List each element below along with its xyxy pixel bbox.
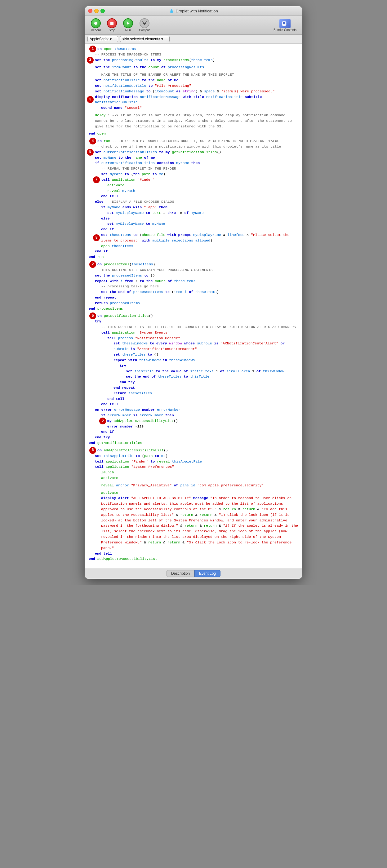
traffic-lights xyxy=(88,9,105,13)
badge-2-line: 2 set the processingResults to my proces… xyxy=(95,57,298,63)
set-end-processed: set the end of processedItems to (item i… xyxy=(101,289,298,295)
badge-8-set-theseitems: 8 set theseItems to (choose file with pr… xyxy=(101,232,298,243)
repeat-windows: repeat with thisWindow in theseWindows xyxy=(114,358,298,363)
badge-2b: 2 xyxy=(89,261,96,268)
close-button[interactable] xyxy=(88,9,92,13)
set-myname: set myName to the name of me xyxy=(95,155,298,161)
droplet-icon: 💧 xyxy=(169,9,174,13)
try-block: try xyxy=(95,319,298,324)
launch-syspref: launch xyxy=(101,470,298,475)
badge-6b-line: 6 on addAppletToAccessibilityList() xyxy=(97,447,298,453)
end-tell-finder: end tell xyxy=(101,193,298,199)
end-if-main: end if xyxy=(95,249,298,254)
end-getnotif: end getNotificationTitles xyxy=(89,440,298,446)
end-try: end try xyxy=(95,435,298,440)
compile-icon xyxy=(140,18,149,28)
badge-3: 3 xyxy=(87,96,94,103)
minimize-button[interactable] xyxy=(94,9,99,13)
badge-2b-line: 2 on processItems(theseItems) xyxy=(97,261,298,267)
tell-syspref: tell application "System Preferences" xyxy=(95,464,298,470)
run-label: Run xyxy=(125,29,131,32)
activate-finder: activate xyxy=(107,183,298,188)
stop-icon xyxy=(107,18,117,28)
set-thistitle: set thisTitle to the value of static tex… xyxy=(126,369,298,374)
end-if-err: end if xyxy=(101,429,298,435)
on-error: on error errorMessage number errorNumber xyxy=(95,407,298,413)
set-notif-title: set notificationTitle to the name of me xyxy=(95,78,298,83)
if-errornumber: if errorNumber is errorNumber then xyxy=(101,413,298,418)
open-theseitems: open theseItems xyxy=(101,243,298,249)
set-item-count: set the itemCount to the count of proces… xyxy=(95,64,298,70)
set-end-titles: set the end of theseTitles to thisTitle xyxy=(126,374,298,379)
set-mypath: set myPath to (the path to me) xyxy=(101,172,298,177)
badge-6b: 6 xyxy=(89,447,96,454)
run-icon xyxy=(123,18,133,28)
language-bar: AppleScript ▾ <No selected element> ▾ xyxy=(85,35,302,44)
record-label: Record xyxy=(91,29,101,32)
set-notif-subtitle: set notificationSubTitle to "File Proces… xyxy=(95,83,298,89)
end-addapplet: end addAppletToAccessibilityList xyxy=(89,556,298,562)
badge-5b: 5 xyxy=(89,312,96,319)
end-processitems: end processItems xyxy=(89,306,298,312)
stop-button[interactable]: Stop xyxy=(104,18,120,33)
end-repeat: end repeat xyxy=(95,295,298,300)
comment-banner: -- MAKE THE TITLE OF THE BANNER OR ALERT… xyxy=(95,72,298,78)
end-if-myname: end if xyxy=(101,227,298,232)
end-repeat-win: end repeat xyxy=(114,385,298,391)
code-editor[interactable]: 1 on open theseItems -- PROCESS THE DRAG… xyxy=(85,44,302,568)
else-clause2: else xyxy=(101,216,298,221)
comment-processing: -- THIS ROUTINE WILL CONTAIN YOUR PROCES… xyxy=(95,267,298,273)
end-open: end open xyxy=(89,131,298,136)
tell-notifcenter: tell process "Notification Center" xyxy=(107,335,298,341)
record-icon xyxy=(91,18,101,28)
badge-4-line: 4 on run -- TRIGGERED BY DOUBLE-CLICKING… xyxy=(97,138,298,144)
if-myname-ends: if myName ends with ".app" then xyxy=(101,205,298,210)
else-clause: else -- DISPLAY A FILE CHOOSER DIALOG xyxy=(95,199,298,205)
set-thesetitles: set theseTitles to {} xyxy=(114,352,298,358)
end-tell-sysev: end tell xyxy=(101,401,298,407)
end-try2: end try xyxy=(120,379,298,385)
repeat-i: repeat with i from 1 to the count of the… xyxy=(95,278,298,284)
badge-6-my: 6 my addAppletToAccessibilityList() xyxy=(107,418,298,424)
end-run: end run xyxy=(89,254,298,260)
maximize-button[interactable] xyxy=(100,9,105,13)
display-alert: display alert "ADD APPLET TO ACCESSIBILT… xyxy=(101,495,298,551)
toolbar: Record Stop Run Compile xyxy=(85,16,302,35)
run-button[interactable]: Run xyxy=(120,18,136,33)
badge-5b-line: 5 on getNotificationTitles() xyxy=(97,313,298,319)
reveal-anchor: reveal anchor "Privacy_Assistive" of pan… xyxy=(101,483,298,488)
bundle-contents-button[interactable]: Bundle Contents xyxy=(271,18,299,32)
badge-5-set-current: 5 set currentNotificationTitles to my ge… xyxy=(95,149,298,155)
bundle-label: Bundle Contents xyxy=(273,28,296,32)
description-tab[interactable]: Description xyxy=(167,570,195,577)
set-processed: set the processedItems to {} xyxy=(95,273,298,278)
language-select[interactable]: AppleScript ▾ xyxy=(87,36,118,42)
comment-run-check: -- check to see if there is a notificati… xyxy=(95,144,298,149)
svg-rect-1 xyxy=(110,22,114,25)
element-select[interactable]: <No selected element> ▾ xyxy=(120,36,170,42)
tell-sysevents: tell application "System Events" xyxy=(101,330,298,335)
event-log-tab[interactable]: Event Log xyxy=(195,570,220,577)
comment-process-dragged: -- PROCESS THE DRAGGED-ON ITEMS xyxy=(95,52,298,57)
set-notif-message: set notificationMessage to (itemCount as… xyxy=(95,89,298,94)
badge-6: 6 xyxy=(99,417,106,424)
return-processed: return processedItems xyxy=(95,300,298,306)
compile-label: Compile xyxy=(139,29,150,32)
bottom-tabs: Description Event Log xyxy=(85,568,302,579)
record-button[interactable]: Record xyxy=(88,18,103,33)
window-title: 💧 Droplet with Notification xyxy=(169,9,218,13)
set-mydisplayname-2: set myDisplayName to myName xyxy=(107,221,298,227)
comment-proc-tasks: -- processing tasks go here xyxy=(101,284,298,289)
comment-delay: delay 1 --> If an applet is not saved as… xyxy=(95,113,298,129)
set-mydisplayname-1: set myDisplayName to text 1 thru -5 of m… xyxy=(107,210,298,216)
svg-marker-9 xyxy=(286,22,288,23)
stop-label: Stop xyxy=(109,29,115,32)
titlebar: 💧 Droplet with Notification xyxy=(85,6,302,16)
badge-1-line: 1 on open theseItems xyxy=(97,46,298,52)
return-titles: return theseTitles xyxy=(114,391,298,396)
compile-button[interactable]: Compile xyxy=(137,18,153,33)
activate2: activate xyxy=(101,490,298,496)
svg-rect-7 xyxy=(283,22,285,23)
tell-finder-reveal: tell application "Finder" to reveal this… xyxy=(95,459,298,464)
end-tell-sp: end tell xyxy=(95,551,298,556)
